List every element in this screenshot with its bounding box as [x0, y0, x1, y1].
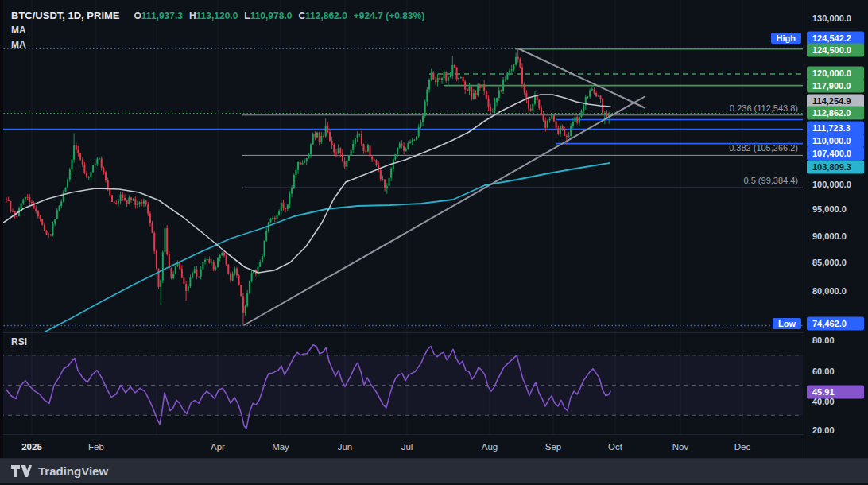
month-label-sep: Sep: [545, 442, 561, 452]
ma-white-line: [0, 95, 610, 273]
price-badge-110000.0: 110,000.0: [807, 134, 864, 148]
month-label-jul: Jul: [401, 442, 413, 452]
footer-bar: TradingView: [0, 459, 868, 483]
low-label: L: [244, 10, 250, 21]
price-badge-117900.0: 117,900.0: [807, 80, 864, 93]
scale-tick: 60.00: [812, 367, 835, 376]
ma-indicator-label-2[interactable]: MA: [11, 39, 424, 50]
open-label: O: [134, 10, 141, 21]
price-badge-74462.0: 74,462.0: [807, 317, 864, 331]
low-value: 110,978.0: [250, 10, 293, 21]
price-badge-111723.3: 111,723.3: [807, 122, 864, 135]
scale-tick: 95,000.0: [812, 204, 847, 214]
left-edge-strip: [0, 0, 3, 458]
open-value: 111,937.3: [141, 10, 183, 21]
fib-label-0.236: 0.236 (112,543.8): [730, 103, 798, 113]
low-tag: Low: [773, 318, 801, 329]
tradingview-chart-window: BTC/USDT, 1D, PRIMEO111,937.3H113,120.0L…: [0, 0, 868, 485]
change-value: +924.7 (+0.83%): [354, 10, 424, 21]
scale-tick: 130,000.0: [812, 14, 851, 23]
ma-indicator-label-1[interactable]: MA: [11, 25, 424, 36]
tradingview-logo-icon[interactable]: [11, 465, 32, 477]
month-label-feb: Feb: [88, 442, 104, 452]
symbol-legend: BTC/USDT, 1D, PRIMEO111,937.3H113,120.0L…: [11, 10, 424, 50]
high-label: H: [189, 10, 196, 21]
month-label-oct: Oct: [608, 442, 622, 452]
price-badge-107400.0: 107,400.0: [807, 147, 864, 161]
ma-cyan-line: [44, 163, 610, 332]
price-badge-124500.0: 124,500.0: [807, 44, 864, 57]
high-value: 113,120.0: [196, 10, 238, 21]
scale-tick: 80,000.0: [812, 286, 847, 296]
fib-label-0.382: 0.382 (105,266.2): [729, 143, 798, 153]
fib-label-0.5: 0.5 (99,384.4): [744, 176, 799, 185]
price-chart-canvas[interactable]: [0, 0, 868, 485]
month-label-may: May: [272, 442, 289, 452]
month-label-aug: Aug: [482, 442, 498, 452]
month-label-nov: Nov: [672, 442, 688, 452]
time-axis[interactable]: 2025FebAprMayJunJulAugSepOctNovDec: [0, 434, 804, 459]
brand-text[interactable]: TradingView: [38, 464, 108, 478]
month-label-apr: Apr: [211, 442, 225, 452]
scale-tick: 20.00: [812, 425, 835, 435]
scale-tick: 100,000.0: [812, 180, 851, 189]
price-badge-103809.3: 103,809.3: [807, 161, 864, 174]
high-tag: High: [771, 33, 801, 44]
month-label-2025: 2025: [21, 442, 42, 452]
price-badge-112862.0: 112,862.0: [807, 107, 864, 120]
scale-tick: 80.00: [812, 336, 835, 345]
ohlc-readout: O111,937.3H113,120.0L110,978.0C112,862.0…: [128, 10, 425, 21]
close-label: C: [298, 10, 305, 21]
price-scale[interactable]: 130,000.0124,542.2124,500.0120,000.0117,…: [804, 0, 868, 458]
rsi-indicator-label[interactable]: RSI: [11, 336, 27, 347]
month-label-dec: Dec: [734, 442, 750, 452]
scale-tick: 85,000.0: [812, 258, 847, 267]
price-badge-120000.0: 120,000.0: [807, 67, 864, 80]
month-label-jun: Jun: [338, 442, 353, 452]
scale-tick: 90,000.0: [812, 231, 847, 241]
ascending-trendline: [244, 96, 645, 325]
close-value: 112,862.0: [305, 10, 347, 21]
scale-tick: 40.00: [812, 397, 835, 406]
symbol-title[interactable]: BTC/USDT, 1D, PRIME: [11, 10, 120, 21]
